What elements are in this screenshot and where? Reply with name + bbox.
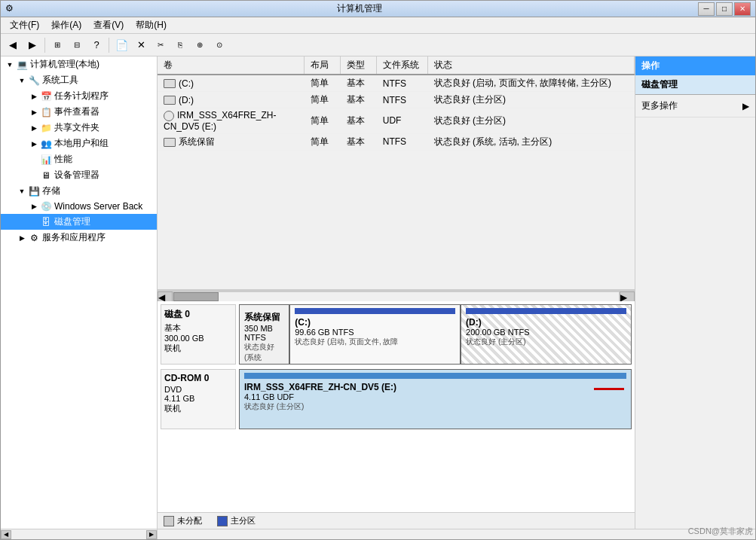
horizontal-scrollbar[interactable]: ◀ ▶ [158,291,635,301]
close-button[interactable]: ✕ [734,2,751,16]
partition-c-label: (C:) [295,317,455,328]
col-layout[interactable]: 布局 [305,56,341,75]
windows-server-back-icon: 💿 [40,200,52,212]
sidebar-item-windows-server-back[interactable]: ▶ 💿 Windows Server Back [1,199,157,214]
sidebar-item-local-users[interactable]: ▶ 👥 本地用户和组 [1,136,157,151]
partition-e-header-bar [244,373,626,379]
scroll-thumb[interactable] [173,292,219,301]
bottom-scrollbar-area: ◀ ▶ [1,529,755,539]
partition-c-status: 状态良好 (启动, 页面文件, 故障 [295,337,455,347]
export-button[interactable]: ⊕ [191,36,209,54]
col-type[interactable]: 类型 [341,56,377,75]
main-area: ▼ 💻 计算机管理(本地) ▼ 🔧 系统工具 ▶ 📅 任务计划程序 ▶ 📋 事件… [1,56,755,529]
cdrom-0-type: DVD [164,385,232,394]
show-hide-button[interactable]: ⊞ [48,36,66,54]
menu-view[interactable]: 查看(V) [87,17,130,33]
app-icon: ⚙ [5,3,17,15]
back-button[interactable]: ◀ [4,36,22,54]
new-button[interactable]: 📄 [112,36,130,54]
device-manager-icon: 🖥 [40,169,52,182]
sidebar-item-event-viewer[interactable]: ▶ 📋 事件查看器 [1,104,157,120]
disk-vol-icon [164,111,174,121]
sidebar-scroll-right[interactable]: ▶ [146,530,157,539]
sidebar: ▼ 💻 计算机管理(本地) ▼ 🔧 系统工具 ▶ 📅 任务计划程序 ▶ 📋 事件… [1,56,158,529]
sidebar-scroll-track[interactable] [11,530,146,539]
performance-icon: 📊 [40,154,52,166]
cdrom-0-info: CD-ROM 0 DVD 4.11 GB 联机 [161,369,236,429]
main-bottom-spacer [158,529,755,539]
col-vol[interactable]: 卷 [158,56,305,75]
sidebar-item-task-scheduler[interactable]: ▶ 📅 任务计划程序 [1,88,157,104]
menu-action[interactable]: 操作(A) [45,17,87,33]
help-button[interactable]: ? [87,36,106,54]
expander-system-tools: ▼ [16,75,28,87]
computer-icon: 💻 [16,59,28,71]
content-area: 卷 布局 类型 文件系统 状态 (C:)简单基本NTFS状态良好 (启动, 页面… [158,56,635,529]
sidebar-item-performance[interactable]: 📊 性能 [1,151,157,167]
toolbar: ◀ ▶ ⊞ ⊟ ? 📄 ✕ ✂ ⎘ ⊕ ⊙ [1,34,755,56]
col-fs[interactable]: 文件系统 [377,56,428,75]
sidebar-item-root[interactable]: ▼ 💻 计算机管理(本地) [1,56,157,72]
extra-button[interactable]: ⊙ [210,36,228,54]
tree-button[interactable]: ⊟ [68,36,86,54]
toolbar-separator-1 [44,38,45,53]
table-row[interactable]: (D:)简单基本NTFS状态良好 (主分区) [158,92,635,108]
disk-vol-icon [164,79,176,88]
delete-button[interactable]: ✕ [132,36,150,54]
cdrom-0-size: 4.11 GB [164,394,232,403]
sidebar-item-device-manager[interactable]: 🖥 设备管理器 [1,167,157,183]
properties-button[interactable]: ✂ [152,36,170,54]
menu-file[interactable]: 文件(F) [4,17,45,33]
cell-layout: 简单 [305,108,341,134]
scroll-track[interactable] [173,291,620,302]
cell-fs: UDF [377,108,428,134]
maximize-button[interactable]: □ [716,2,733,16]
toolbar-separator-2 [109,38,109,53]
cell-status: 状态良好 (主分区) [428,92,635,108]
table-row[interactable]: 系统保留简单基本NTFS状态良好 (系统, 活动, 主分区) [158,133,635,150]
scroll-left-btn[interactable]: ◀ [158,291,173,302]
table-row[interactable]: IRM_SSS_X64FRE_ZH-CN_DV5 (E:)简单基本UDF状态良好… [158,108,635,134]
sidebar-item-disk-management[interactable]: 🗄 磁盘管理 [1,214,157,230]
expander-performance [28,154,40,166]
col-status[interactable]: 状态 [428,56,635,75]
right-panel-header: 操作 [635,56,755,75]
forward-button[interactable]: ▶ [23,36,41,54]
scroll-right-btn[interactable]: ▶ [620,291,635,302]
sidebar-scroll-left[interactable]: ◀ [1,530,11,539]
right-panel: 操作 磁盘管理 更多操作 ▶ [635,56,755,529]
partition-c[interactable]: (C:) 99.66 GB NTFS 状态良好 (启动, 页面文件, 故障 [290,305,461,364]
right-panel-more-actions[interactable]: 更多操作 ▶ [635,95,755,117]
cell-vol: 系统保留 [158,133,305,150]
primary-label: 主分区 [231,515,256,526]
volume-table: 卷 布局 类型 文件系统 状态 (C:)简单基本NTFS状态良好 (启动, 页面… [158,56,635,151]
disk-0-row: 磁盘 0 基本 300.00 GB 联机 系统保留 350 MB NTFS 状态… [161,304,632,365]
disk-0-info: 磁盘 0 基本 300.00 GB 联机 [161,304,236,365]
refresh-button[interactable]: ⎘ [171,36,189,54]
disk-0-partitions: 系统保留 350 MB NTFS 状态良好 (系统 (C:) 99.66 GB … [239,304,632,365]
shared-folders-icon: 📁 [40,122,52,134]
sidebar-item-services[interactable]: ▶ ⚙ 服务和应用程序 [1,230,157,246]
right-panel-section-disk-mgmt[interactable]: 磁盘管理 [635,75,755,95]
partition-d[interactable]: (D:) 200.00 GB NTFS 状态良好 (主分区) [461,305,631,364]
sidebar-item-shared-folders[interactable]: ▶ 📁 共享文件夹 [1,120,157,136]
status-bar: 未分配 主分区 [158,512,635,529]
partition-e[interactable]: IRM_SSS_X64FRE_ZH-CN_DV5 (E:) 4.11 GB UD… [240,370,631,429]
minimize-button[interactable]: ─ [698,2,715,16]
menu-help[interactable]: 帮助(H) [130,17,173,33]
cell-status: 状态良好 (主分区) [428,108,635,134]
partition-system-reserved[interactable]: 系统保留 350 MB NTFS 状态良好 (系统 [240,305,290,364]
partition-sysres-label: 系统保留 [244,311,284,324]
expander-disk-mgmt [28,216,40,228]
partition-sysres-size: 350 MB NTFS [244,324,284,342]
cdrom-0-name: CD-ROM 0 [164,373,232,383]
cdrom-0-row: CD-ROM 0 DVD 4.11 GB 联机 IRM_SSS_X64FRE_Z… [161,369,632,429]
sidebar-bottom-scroll[interactable]: ◀ ▶ [1,529,158,539]
cell-type: 基本 [341,92,377,108]
sidebar-item-system-tools[interactable]: ▼ 🔧 系统工具 [1,72,157,88]
table-row[interactable]: (C:)简单基本NTFS状态良好 (启动, 页面文件, 故障转储, 主分区) [158,75,635,92]
services-icon: ⚙ [28,232,40,244]
sidebar-item-storage[interactable]: ▼ 💾 存储 [1,183,157,199]
cell-type: 基本 [341,133,377,150]
expander-local-users: ▶ [28,138,40,150]
